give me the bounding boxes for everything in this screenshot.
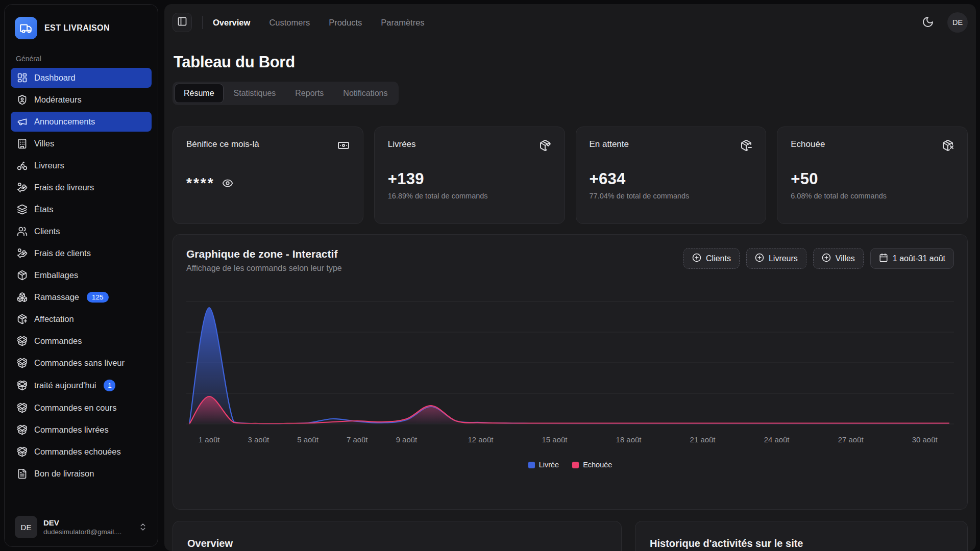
sidebar-item-commandes-en-cours[interactable]: Commandes en cours <box>11 398 152 418</box>
topbar-avatar[interactable]: DE <box>947 12 968 33</box>
svg-text:9 août: 9 août <box>396 435 418 444</box>
sidebar-item-trait-aujourd-hui[interactable]: traité aujourd'hui1 <box>11 375 152 396</box>
sidebar-item-label: Commandes livrées <box>34 425 109 435</box>
area-chart[interactable]: 1 août3 août5 août7 août9 août12 août15 … <box>186 287 954 469</box>
sidebar-item-label: Commandes sans liveur <box>34 358 125 368</box>
sidebar-user-menu[interactable]: DE DEV dudesimulator8@gmail.... <box>11 513 152 539</box>
sidebar-item-commandes-echou-es[interactable]: Commandes echouées <box>11 442 152 462</box>
add-livreurs-button[interactable]: Livreurs <box>746 248 806 269</box>
user-name: DEV <box>43 518 121 527</box>
svg-text:24 août: 24 août <box>764 435 790 444</box>
sidebar-item-label: Modérateurs <box>34 95 82 105</box>
topnav-link-customers[interactable]: Customers <box>269 18 310 28</box>
sidebar-item-label: Livreurs <box>34 161 64 170</box>
sidebar-item-label: Frais de livreurs <box>34 183 94 192</box>
package-minus-icon <box>740 139 752 152</box>
topnav-link-param-tres[interactable]: Paramètres <box>381 18 424 28</box>
sidebar-item-label: Affectation <box>34 314 74 324</box>
sidebar-item-label: traité aujourd'hui <box>34 381 96 390</box>
sidebar-item-villes[interactable]: Villes <box>11 134 152 154</box>
sidebar-item-label: Dashboard <box>34 73 76 83</box>
chart-subtitle: Affichage de les commands selon leur typ… <box>186 264 342 273</box>
count-badge: 125 <box>87 292 109 303</box>
sidebar-item-frais-de-livreurs[interactable]: Frais de livreurs <box>11 178 152 197</box>
user-email: dudesimulator8@gmail.... <box>43 528 121 536</box>
sidebar-item-label: Villes <box>34 139 54 148</box>
chevrons-up-down-icon <box>138 522 148 532</box>
sidebar-item-commandes-sans-liveur[interactable]: Commandes sans liveur <box>11 353 152 373</box>
package-open-icon <box>17 336 28 346</box>
package-open-icon <box>17 358 28 368</box>
tabs: RésumeStatistiquesReportsNotifications <box>173 82 399 105</box>
date-range-button[interactable]: 1 août-31 août <box>870 248 954 269</box>
sidebar-item-commandes-livr-es[interactable]: Commandes livrées <box>11 420 152 440</box>
stat-card-en-attente: En attente+63477.04% de total de command… <box>576 127 767 224</box>
calendar-icon <box>879 253 888 264</box>
stat-card-subtitle: 16.89% de total de commands <box>388 192 551 200</box>
truck-icon <box>15 17 37 39</box>
stat-card-title: Bénifice ce mois-là <box>186 139 259 149</box>
topnav-link-overview[interactable]: Overview <box>213 18 250 28</box>
stat-card-subtitle: 77.04% de total de commands <box>590 192 753 200</box>
circle-plus-icon <box>692 253 701 264</box>
panel-left-icon <box>177 16 187 29</box>
package-x-icon <box>942 139 954 152</box>
add-villes-button[interactable]: Villes <box>813 248 864 269</box>
brand-name: EST LIVRAISON <box>44 23 110 33</box>
theme-toggle-moon-icon[interactable] <box>922 16 935 29</box>
package-open-icon <box>17 424 28 435</box>
svg-text:5 août: 5 août <box>297 435 318 444</box>
users-icon <box>17 226 28 237</box>
stat-card-value: +634 <box>590 170 753 188</box>
tab-reports[interactable]: Reports <box>286 84 333 103</box>
sidebar-toggle-button[interactable] <box>173 13 192 32</box>
svg-text:7 août: 7 août <box>347 435 368 444</box>
svg-text:12 août: 12 août <box>468 435 494 444</box>
hand-coins-icon <box>17 248 28 259</box>
stat-card-livr-es: Livrées+13916.89% de total de commands <box>374 127 565 224</box>
sidebar-item-frais-de-clients[interactable]: Frais de clients <box>11 243 152 263</box>
sidebar-item-dashboard[interactable]: Dashboard <box>11 68 152 88</box>
masked-value: **** <box>186 175 215 191</box>
tab-statistiques[interactable]: Statistiques <box>225 84 285 103</box>
topbar-divider <box>202 16 203 29</box>
page-title: Tableau du Bord <box>174 53 967 71</box>
tab-notifications[interactable]: Notifications <box>334 84 397 103</box>
package-icon <box>17 270 28 281</box>
sidebar-item-bon-de-livraison[interactable]: Bon de livraison <box>11 464 152 484</box>
file-text-icon <box>17 468 28 479</box>
building-icon <box>17 138 28 149</box>
sidebar-item-emballages[interactable]: Emballages <box>11 265 152 285</box>
sidebar-item-ramassage[interactable]: Ramassage125 <box>11 287 152 307</box>
tab-r-sume[interactable]: Résume <box>175 84 224 103</box>
sidebar-item-label: Bon de livraison <box>34 469 94 479</box>
chart-actions: ClientsLivreursVilles 1 août-31 août <box>683 248 954 269</box>
add-clients-button[interactable]: Clients <box>683 248 740 269</box>
stat-card-title: En attente <box>590 139 629 149</box>
sidebar-item-clients[interactable]: Clients <box>11 221 152 241</box>
topnav: OverviewCustomersProductsParamètres <box>213 18 425 28</box>
svg-text:21 août: 21 août <box>690 435 716 444</box>
sidebar-item-label: Clients <box>34 227 60 236</box>
svg-text:18 août: 18 août <box>616 435 642 444</box>
stat-card-subtitle: 6.08% de total de commands <box>791 192 954 200</box>
main-panel: OverviewCustomersProductsParamètres DE T… <box>164 4 976 551</box>
hand-coins-icon <box>17 182 28 193</box>
circle-plus-icon <box>822 253 831 264</box>
sidebar-section-label: Général <box>16 55 146 63</box>
sidebar-item-label: Ramassage <box>34 292 79 302</box>
sidebar-item-tats[interactable]: États <box>11 199 152 219</box>
activity-history-panel: Historique d'activités sur le site <box>635 521 968 551</box>
chart-card: Graphique de zone - Interactif Affichage… <box>173 234 968 510</box>
sidebar-item-commandes[interactable]: Commandes <box>11 331 152 351</box>
sidebar-item-announcements[interactable]: Announcements <box>11 112 152 132</box>
sidebar-item-label: Commandes <box>34 336 82 346</box>
eye-icon[interactable] <box>222 178 233 189</box>
topnav-link-products[interactable]: Products <box>329 18 362 28</box>
stat-card-title: Echouée <box>791 139 825 149</box>
sidebar-item-livreurs[interactable]: Livreurs <box>11 156 152 176</box>
sidebar-item-mod-rateurs[interactable]: Modérateurs <box>11 90 152 110</box>
sidebar-item-label: États <box>34 205 54 214</box>
sidebar-item-affectation[interactable]: Affectation <box>11 309 152 329</box>
sidebar-item-label: Announcements <box>34 117 95 127</box>
